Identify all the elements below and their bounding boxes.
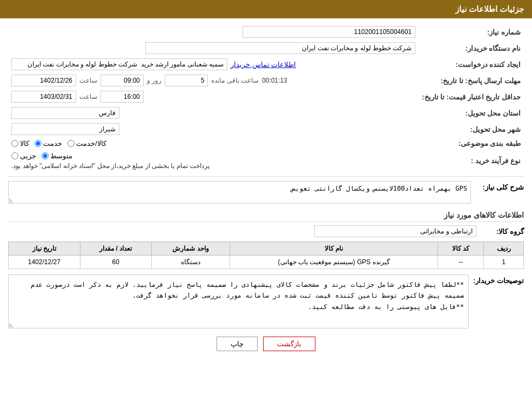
input-mohlat-time[interactable] [100,75,144,86]
label-noe-farayand: نوع فرآیند خرید : [419,150,524,172]
cell-kod-kala: -- [438,256,484,269]
th-kod-kala: کد کالا [438,242,484,256]
back-button[interactable]: بازگشت [263,337,315,351]
contact-link[interactable]: اطلاعات تماس خریدار [231,61,296,69]
row-shahr: شهر محل تحویل: [8,121,524,137]
page-title: جزئیات اطلاعات نیاز [455,4,524,14]
radio-kala[interactable]: کالا [11,139,29,147]
table-body: 1 -- گیرنده GPS (سیستم موقعیت یاب جهانی)… [9,256,524,269]
label-tabaqe: طبقه بندی موضوعی: [419,137,524,150]
farayand-note: پرداخت تمام یا بخشی از مبلغ خرید،از محل … [11,162,210,170]
label-sharh: شرح کلی نیاز: [475,181,524,191]
input-nam-dastgah[interactable] [145,42,415,54]
value-tabaqe: کالا/خدمت خدمت کالا [8,137,419,150]
row-tabaqe: طبقه بندی موضوعی: کالا/خدمت خدمت کالا [8,137,524,150]
label-saat-hadaqal: ساعت [79,93,97,100]
radio-input-kala-khadamat[interactable] [68,140,75,147]
label-shahr: شهر محل تحویل: [419,121,524,137]
label-mohlat: مهلت ارسال پاسخ: تا تاریخ: [419,72,524,89]
remaining-time: 00:01:13 [262,77,287,84]
input-geroh-kala[interactable] [314,225,476,237]
cell-tarikh: 1402/12/27 [9,256,80,269]
radio-khadamat[interactable]: خدمت [35,139,62,147]
label-khadamat: خدمت [43,139,62,147]
input-mohlat-date[interactable] [11,75,76,86]
cell-vahed: دستگاه [151,256,230,269]
label-ostan: استان محل تحویل: [419,105,524,121]
radio-jadari[interactable]: جزیی [11,152,36,160]
content-sharh: GPS بهمراه تعداد100لایسنس ویکسال گارانتی… [8,181,471,205]
page-wrapper: جزئیات اطلاعات نیاز شماره نیاز: نام دستگ… [0,0,532,396]
radio-kala-khadamat[interactable]: کالا/خدمت [68,139,106,147]
label-kala-khadamat: کالا/خدمت [76,139,106,147]
input-ijad[interactable] [11,58,227,70]
print-button[interactable]: چاپ [217,337,258,351]
info-table: شماره نیاز: نام دستگاه خریدار: ایجاد کنن… [8,24,524,172]
table-header-row: ردیف کد کالا نام کالا واحد شمارش تعداد /… [9,242,524,256]
label-kala: کالا [20,139,29,147]
section-kala-info: اطلاعات کالاهای مورد نیاز [8,211,524,222]
radio-motavaset[interactable]: متوسط [42,152,72,160]
geroh-kala-row: گروه کالا: [8,225,524,237]
label-geroh-kala: گروه کالا: [481,227,524,236]
label-saat-mohlat: ساعت [79,77,97,84]
row-mohlat: مهلت ارسال پاسخ: تا تاریخ: 00:01:13 ساعت… [8,72,524,89]
label-ijad: ایجاد کننده درخواست: [419,56,524,72]
cell-radif: 1 [484,256,524,269]
content-tosiyat: **لطفا پیش فاکتور شامل جزئیات برند و مشخ… [8,274,469,330]
textarea-sharh[interactable]: GPS بهمراه تعداد100لایسنس ویکسال گارانتی… [8,181,471,204]
table-row: 1 -- گیرنده GPS (سیستم موقعیت یاب جهانی)… [9,256,524,269]
value-ostan [8,105,419,121]
input-hadaqal-time[interactable] [100,91,144,103]
value-mohlat: 00:01:13 ساعت باقی مانده روز و ساعت [8,72,419,89]
content-area: شماره نیاز: نام دستگاه خریدار: ایجاد کنن… [0,18,532,365]
textarea-tosiyat[interactable]: **لطفا پیش فاکتور شامل جزئیات برند و مشخ… [8,274,469,328]
row-noe-farayand: نوع فرآیند خرید : متوسط جزیی [8,150,524,172]
cell-tedad: 60 [80,256,151,269]
radio-input-kala[interactable] [11,140,18,147]
sharh-row: شرح کلی نیاز: GPS بهمراه تعداد100لایسنس … [8,181,524,205]
label-jadari: جزیی [20,152,36,160]
page-header: جزئیات اطلاعات نیاز [0,0,532,18]
table-head: ردیف کد کالا نام کالا واحد شمارش تعداد /… [9,242,524,256]
label-nam-dastgah: نام دستگاه خریدار: [419,40,524,56]
value-shomare [36,24,419,40]
input-roz[interactable] [165,75,208,86]
label-remaining: ساعت باقی مانده [211,77,259,84]
cell-nam-kala: گیرنده GPS (سیستم موقعیت یاب جهانی) [230,256,438,269]
input-shomare[interactable] [243,26,415,38]
th-vahed: واحد شمارش [151,242,230,256]
button-row: بازگشت چاپ [8,337,524,351]
th-radif: ردیف [484,242,524,256]
row-ijad-konande: ایجاد کننده درخواست: اطلاعات تماس خریدار [8,56,524,72]
row-hadaqal: حداقل تاریخ اعتبار قیمت: تا تاریخ: ساعت [8,89,524,105]
input-shahr[interactable] [11,123,119,135]
label-hadaqal: حداقل تاریخ اعتبار قیمت: تا تاریخ: [419,89,524,105]
th-tedad: تعداد / مقدار [80,242,151,256]
kala-table: ردیف کد کالا نام کالا واحد شمارش تعداد /… [8,241,524,269]
th-nam-kala: نام کالا [230,242,438,256]
label-shomare: شماره نیاز: [419,24,524,40]
row-nam-dastgah: نام دستگاه خریدار: [8,40,524,56]
row-shomare-niaz: شماره نیاز: [8,24,524,40]
separator-1 [8,176,524,177]
tosiyat-row: توصیحات خریدار: **لطفا پیش فاکتور شامل ج… [8,274,524,330]
row-ostan: استان محل تحویل: [8,105,524,121]
value-ijad: اطلاعات تماس خریدار [8,56,419,72]
value-hadaqal: ساعت [8,89,419,105]
th-tarikh: تاریخ نیاز [9,242,80,256]
label-roz: روز و [147,77,161,84]
radio-input-khadamat[interactable] [35,140,42,147]
input-hadaqal-date[interactable] [11,91,76,103]
radio-input-jadari[interactable] [11,152,18,159]
label-motavaset: متوسط [50,152,72,160]
value-shahr [8,121,419,137]
label-tosiyat: توصیحات خریدار: [473,274,524,285]
radio-input-motavaset[interactable] [42,152,49,159]
value-noe-farayand: متوسط جزیی پرداخت تمام یا بخشی از مبلغ خ… [8,150,419,172]
value-nam-dastgah [8,40,419,56]
input-ostan[interactable] [11,107,119,119]
